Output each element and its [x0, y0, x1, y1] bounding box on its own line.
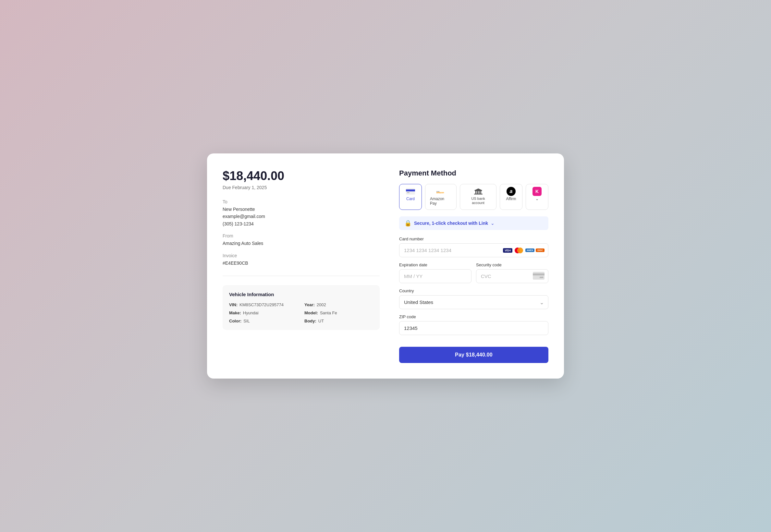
- visa-icon: VISA: [503, 248, 512, 253]
- color-label: Color:: [229, 319, 241, 323]
- pay-button[interactable]: Pay $18,440.00: [399, 347, 548, 363]
- invoice-amount: $18,440.00: [223, 169, 379, 183]
- country-select-wrapper: United States Canada United Kingdom Aust…: [399, 295, 548, 309]
- tab-more-chevron: ⌄: [536, 197, 539, 201]
- svg-rect-14: [533, 272, 545, 280]
- to-name: New Personette: [223, 206, 379, 213]
- tab-amazon-pay[interactable]: pay amazon Amazon Pay: [425, 184, 457, 210]
- from-block: From Amazing Auto Sales: [223, 233, 379, 247]
- svg-text:135: 135: [540, 276, 544, 278]
- vin-value: KM8SC73D72U295774: [239, 302, 283, 307]
- card-number-wrapper: VISA AMEX DISC: [399, 243, 548, 257]
- svg-rect-1: [406, 189, 415, 191]
- expiry-cvc-row: Expiration date Security code 135: [399, 262, 548, 283]
- discover-icon: DISC: [536, 248, 545, 252]
- svg-rect-10: [480, 191, 481, 194]
- lock-icon: 🔒: [404, 220, 412, 227]
- amex-icon: AMEX: [525, 248, 535, 252]
- zip-input[interactable]: [399, 321, 548, 335]
- card-number-field: Card number VISA AMEX DISC: [399, 236, 548, 257]
- color-row: Color: SIL: [229, 319, 298, 323]
- invoice-label: Invoice: [223, 253, 379, 258]
- country-label: Country: [399, 288, 548, 293]
- vehicle-section: Vehicle Information VIN: KM8SC73D72U2957…: [223, 285, 379, 330]
- zip-label: ZIP code: [399, 314, 548, 319]
- body-value: UT: [318, 319, 324, 323]
- svg-rect-5: [475, 190, 482, 191]
- tab-more[interactable]: K ⌄: [526, 184, 548, 210]
- vin-label: VIN:: [229, 302, 237, 307]
- vehicle-grid: VIN: KM8SC73D72U295774 Year: 2002 Make: …: [229, 302, 373, 323]
- expiry-field: Expiration date: [399, 262, 472, 283]
- cvc-card-icon: 135: [533, 272, 545, 281]
- svg-rect-2: [407, 192, 410, 193]
- year-value: 2002: [317, 302, 326, 307]
- year-label: Year:: [304, 302, 315, 307]
- tab-card[interactable]: Card: [399, 184, 422, 210]
- payment-panel: Payment Method Card pay amazon: [399, 169, 548, 363]
- card-brand-icons: VISA AMEX DISC: [503, 247, 545, 254]
- tab-affirm-label: Affirm: [506, 197, 516, 201]
- model-label: Model:: [304, 310, 318, 315]
- model-value: Santa Fe: [320, 310, 337, 315]
- divider: [223, 276, 379, 276]
- from-name: Amazing Auto Sales: [223, 240, 379, 247]
- vehicle-title: Vehicle Information: [229, 292, 373, 297]
- country-select[interactable]: United States Canada United Kingdom Aust…: [399, 295, 548, 309]
- to-email: example@gmail.com: [223, 213, 379, 220]
- link-checkout[interactable]: 🔒 Secure, 1-click checkout with Link ⌄: [399, 216, 548, 230]
- tab-amazon-label: Amazon Pay: [430, 197, 452, 206]
- svg-rect-6: [474, 194, 483, 195]
- to-phone: (305) 123-1234: [223, 220, 379, 227]
- body-label: Body:: [304, 319, 316, 323]
- bank-icon: [474, 188, 483, 195]
- to-block: To New Personette example@gmail.com (305…: [223, 199, 379, 227]
- link-text: Secure, 1-click checkout with Link: [414, 221, 488, 226]
- invoice-panel: $18,440.00 Due February 1, 2025 To New P…: [223, 169, 379, 363]
- year-row: Year: 2002: [304, 302, 373, 307]
- cvc-wrapper: 135: [476, 269, 548, 283]
- svg-rect-7: [476, 191, 476, 194]
- model-row: Model: Santa Fe: [304, 310, 373, 315]
- make-row: Make: Hyundai: [229, 310, 298, 315]
- country-field: Country United States Canada United King…: [399, 288, 548, 309]
- payment-modal: $18,440.00 Due February 1, 2025 To New P…: [207, 153, 564, 379]
- payment-title: Payment Method: [399, 169, 548, 177]
- due-date: Due February 1, 2025: [223, 185, 379, 190]
- card-tab-icon: [406, 188, 415, 195]
- expiry-label: Expiration date: [399, 262, 472, 267]
- tab-bank-label: US bank account: [465, 197, 492, 205]
- svg-marker-11: [474, 188, 483, 190]
- affirm-icon: a: [507, 188, 516, 195]
- make-label: Make:: [229, 310, 241, 315]
- svg-rect-8: [477, 191, 478, 194]
- invoice-block: Invoice #E4EE90CB: [223, 253, 379, 267]
- amazon-pay-icon: pay amazon: [437, 188, 446, 195]
- svg-rect-9: [479, 191, 480, 194]
- expiry-input[interactable]: [399, 269, 472, 283]
- invoice-number: #E4EE90CB: [223, 260, 379, 267]
- svg-rect-15: [533, 273, 545, 275]
- more-icon: K: [533, 188, 542, 195]
- body-row: Body: UT: [304, 319, 373, 323]
- mastercard-icon: [514, 247, 524, 254]
- make-value: Hyundai: [243, 310, 259, 315]
- payment-tabs: Card pay amazon Amazon Pay: [399, 184, 548, 210]
- link-chevron-icon: ⌄: [491, 221, 495, 226]
- to-label: To: [223, 199, 379, 204]
- tab-card-label: Card: [406, 197, 415, 201]
- zip-field: ZIP code: [399, 314, 548, 335]
- svg-point-13: [517, 248, 523, 253]
- tab-affirm[interactable]: a Affirm: [500, 184, 523, 210]
- security-field: Security code 135: [476, 262, 548, 283]
- svg-text:amazon: amazon: [437, 191, 444, 194]
- tab-us-bank[interactable]: US bank account: [460, 184, 497, 210]
- security-label: Security code: [476, 262, 548, 267]
- card-number-label: Card number: [399, 236, 548, 241]
- color-value: SIL: [243, 319, 250, 323]
- vin-row: VIN: KM8SC73D72U295774: [229, 302, 298, 307]
- from-label: From: [223, 233, 379, 238]
